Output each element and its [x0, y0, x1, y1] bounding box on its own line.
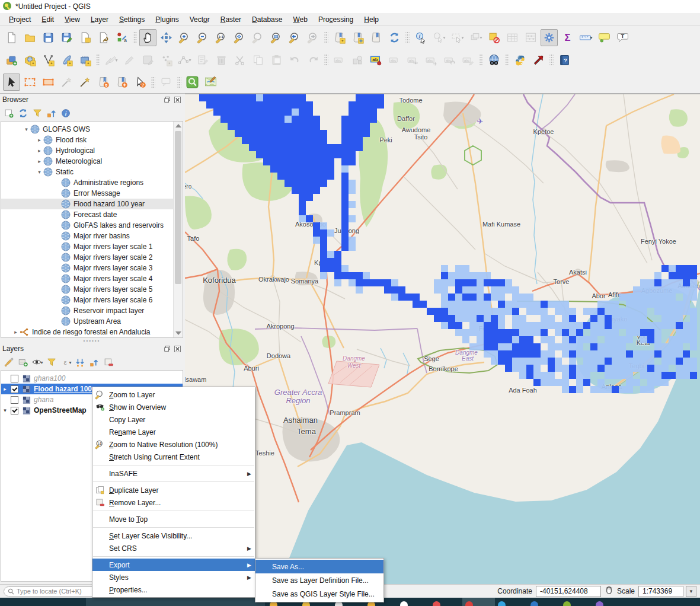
taskbar-icon[interactable] [400, 601, 408, 606]
refresh-browser-icon[interactable] [17, 107, 30, 120]
inasafe-dock-icon[interactable] [3, 74, 20, 91]
context-menu-item-remove-layer[interactable]: Remove Layer... [92, 496, 255, 509]
tree-expander-icon[interactable]: ▸ [12, 329, 20, 335]
help-contents-icon[interactable]: ? [556, 52, 573, 69]
map-canvas[interactable]: ✈ TodomeDafforAwudomeTsitoPekiKpetoeAkos… [185, 94, 700, 584]
identify-features-icon[interactable]: i [412, 29, 429, 46]
menu-edit[interactable]: Edit [36, 14, 59, 25]
inasafe-batch-runner-icon[interactable] [95, 74, 112, 91]
browser-scrollbar[interactable] [173, 122, 183, 337]
layer-labeling-icon[interactable]: ab [367, 52, 385, 69]
context-menu-item-show-in-overview[interactable]: Show in Overview [92, 401, 255, 413]
remove-layer-btn-icon[interactable] [102, 356, 115, 369]
manage-map-themes-icon[interactable]: ▾ [31, 356, 44, 369]
zoom-last-icon[interactable] [286, 29, 303, 46]
properties-widget-icon[interactable]: i [59, 107, 72, 120]
deselect-features-icon[interactable] [485, 29, 503, 46]
layers-close-icon[interactable] [173, 345, 181, 353]
expand-all-layers-icon[interactable] [73, 356, 87, 369]
inasafe-wizard-icon[interactable] [76, 74, 94, 91]
browser-item-flood-hazard-100-year[interactable]: Flood hazard 100 year [1, 199, 183, 209]
layers-float-icon[interactable] [163, 345, 171, 353]
taskbar-icon[interactable] [596, 601, 603, 606]
tree-expander-icon[interactable]: ▸ [36, 148, 43, 154]
menu-raster[interactable]: Raster [215, 14, 247, 25]
browser-item-error-message[interactable]: Error Message [1, 188, 183, 199]
filter-browser-icon[interactable] [31, 107, 44, 120]
layer-expander-icon[interactable]: ▸ [1, 386, 9, 392]
menu-plugins[interactable]: Plugins [150, 14, 184, 25]
context-menu-item-set-scale-visibility[interactable]: Set Layer Scale Visibility... [92, 530, 255, 542]
add-spatialite-layer-icon[interactable]: * [58, 52, 75, 69]
coordinate-value[interactable]: -40151,624408 [536, 586, 601, 597]
metasearch-icon[interactable] [485, 52, 503, 69]
show-statistical-summary-icon[interactable]: Σ [559, 29, 576, 46]
scale-dropdown-icon[interactable]: ▼ [686, 586, 696, 597]
browser-item-indice-de-riesgo-forestal-en-andalucia[interactable]: ▸Indice de riesgo forestal en Andalucia [1, 327, 183, 337]
processing-toolbox-icon[interactable] [541, 29, 558, 46]
menu-project[interactable]: Project [4, 14, 36, 25]
submenu-item-save-as[interactable]: Save As... [255, 560, 383, 573]
browser-item-upstream-area[interactable]: Upstream Area [1, 316, 183, 327]
new-spatial-bookmark-icon[interactable]: * [331, 29, 348, 46]
tree-expander-icon[interactable]: ▾ [36, 169, 43, 175]
show-spatial-bookmarks-icon[interactable] [367, 29, 385, 46]
context-menu-item-properties[interactable]: Properties... [92, 583, 255, 596]
open-data-source-manager-icon[interactable] [3, 52, 20, 69]
map-tips-icon[interactable] [596, 29, 613, 46]
menu-help[interactable]: Help [359, 14, 384, 25]
browser-item-major-rivers-layer-scale-6[interactable]: Major rivers layer scale 6 [1, 295, 183, 305]
layer-visibility-checkbox[interactable] [11, 396, 18, 404]
zoom-to-layer-icon[interactable] [268, 29, 285, 46]
add-wms-layer-icon[interactable]: * [21, 52, 39, 69]
locator-search-input[interactable]: Type to locate (Ctrl+K) [4, 586, 103, 597]
submenu-item-save-layer-style[interactable]: Save as QGIS Layer Style File... [255, 587, 383, 601]
layer-visibility-checkbox[interactable] [11, 375, 18, 382]
browser-item-meteorological[interactable]: ▸Meteorological [1, 156, 183, 167]
show-bookmark-manager-icon[interactable] [349, 29, 366, 46]
save-project-as-icon[interactable] [58, 29, 75, 46]
menu-vector[interactable]: Vector [184, 14, 215, 25]
scale-combobox[interactable]: 1:743369 ▼ [638, 586, 696, 597]
taskbar-icon[interactable] [498, 601, 506, 606]
add-group-icon[interactable] [17, 356, 30, 369]
measure-line-icon[interactable]: ▾ [577, 29, 594, 46]
scroll-down-icon[interactable] [175, 331, 181, 335]
inasafe-analysis-extent-icon[interactable] [21, 74, 39, 91]
zoom-out-icon[interactable] [194, 29, 212, 46]
run-feature-action-dropdown-icon[interactable]: ▾ [443, 35, 445, 40]
browser-item-forecast-date[interactable]: Forecast date [1, 209, 183, 220]
new-project-icon[interactable] [3, 29, 20, 46]
show-layout-manager-icon[interactable] [95, 29, 112, 46]
search-layers-icon[interactable] [184, 74, 201, 91]
collapse-all-layers-icon[interactable] [88, 356, 101, 369]
browser-item-major-rivers-layer-scale-4[interactable]: Major rivers layer scale 4 [1, 273, 183, 284]
browser-item-major-rivers-layer-scale-3[interactable]: Major rivers layer scale 3 [1, 263, 183, 273]
text-annotation-icon[interactable]: T [614, 29, 631, 46]
browser-item-major-rivers-layer-scale-2[interactable]: Major rivers layer scale 2 [1, 252, 183, 263]
python-console-icon[interactable] [512, 52, 529, 69]
scroll-up-icon[interactable] [175, 124, 181, 127]
mouse-extent-icon[interactable] [605, 586, 613, 597]
style-manager-icon[interactable]: a [113, 29, 130, 46]
tree-expander-icon[interactable]: ▾ [23, 126, 30, 132]
layer-visibility-checkbox[interactable] [11, 407, 18, 414]
measure-line-dropdown-icon[interactable]: ▾ [590, 35, 592, 40]
open-layer-styling-icon[interactable] [2, 356, 15, 369]
context-menu-item-duplicate-layer[interactable]: Duplicate Layer [92, 484, 255, 496]
browser-item-glofas-lakes-and-reservoirs[interactable]: GloFAS lakes and reservoirs [1, 220, 183, 231]
open-project-icon[interactable] [21, 29, 39, 46]
panel-resize-handle[interactable]: •••••• [0, 338, 184, 343]
add-virtual-layer-icon[interactable]: * [40, 52, 57, 69]
context-menu-item-copy-layer[interactable]: Copy Layer [92, 413, 255, 426]
taskbar-icon[interactable] [465, 601, 473, 606]
current-edits-dropdown-icon[interactable]: ▾ [115, 58, 117, 63]
taskbar-icon[interactable] [433, 601, 440, 606]
menu-layer[interactable]: Layer [85, 14, 114, 25]
pan-map-icon[interactable] [139, 29, 156, 46]
menu-view[interactable]: View [59, 14, 85, 25]
browser-item-flood-risk[interactable]: ▸Flood risk [1, 135, 183, 145]
browser-item-hydrological[interactable]: ▸Hydrological [1, 145, 183, 156]
inasafe-help-icon[interactable]: ? [132, 74, 149, 91]
browser-item-major-river-basins[interactable]: Major river basins [1, 231, 183, 241]
